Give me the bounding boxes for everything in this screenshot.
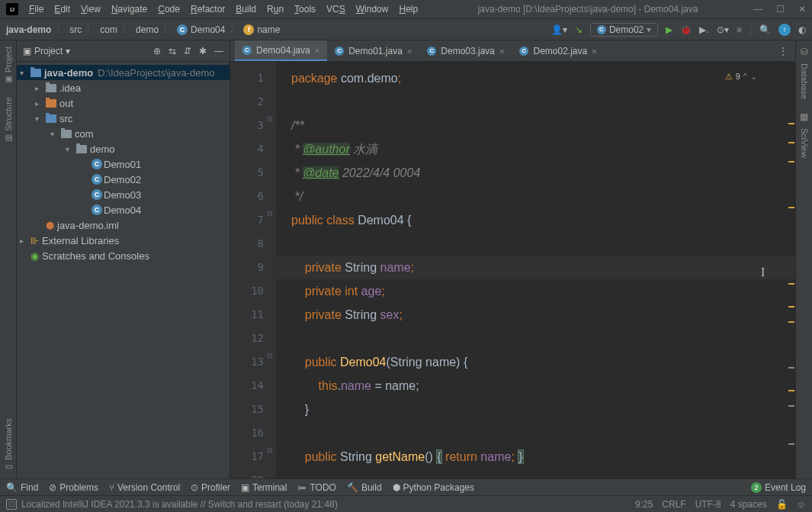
bottom-vcs[interactable]: ⑂ Version Control [109,482,180,493]
tree-idea[interactable]: ▸.idea [17,80,229,95]
close-icon[interactable]: × [315,46,319,55]
menu-help[interactable]: Help [394,2,422,16]
tree-class-demo03[interactable]: CDemo03 [17,187,229,202]
sciview-icon[interactable]: ▦ [800,111,808,122]
status-bar: ☐ Localized IntelliJ IDEA 2021.3.3 is av… [0,495,812,512]
search-icon[interactable]: 🔍 [759,24,771,35]
close-icon[interactable]: × [499,47,504,56]
bottom-build[interactable]: 🔨 Build [347,482,382,493]
window-title: java-demo [D:\IdeaProjects\java-demo] - … [422,4,753,14]
collapse-icon[interactable]: ⇵ [184,46,191,56]
status-indent[interactable]: 4 spaces [730,499,767,510]
right-tab-database[interactable]: Database [798,57,810,105]
left-tab-structure[interactable]: ▤ Structure [2,91,14,150]
editor-tabs: CDemo04.java× CDemo01.java× CDemo03.java… [230,40,795,62]
bottom-python[interactable]: ⬢ Python Packages [393,482,474,493]
tree-iml[interactable]: ⬢java-demo.iml [17,217,229,233]
editor-area: CDemo04.java× CDemo01.java× CDemo03.java… [230,40,795,478]
menu-window[interactable]: Window [351,2,393,16]
tab-demo04[interactable]: CDemo04.java× [235,40,327,61]
status-line-sep[interactable]: CRLF [662,499,685,510]
tree-class-demo02[interactable]: CDemo02 [17,172,229,187]
profile-icon[interactable]: ⊙▾ [717,24,729,35]
add-config-icon[interactable]: 👤▾ [551,24,567,35]
left-tab-bookmarks[interactable]: ▭ Bookmarks [2,412,14,478]
bottom-problems[interactable]: ⊘ Problems [49,482,98,493]
menu-view[interactable]: View [76,2,105,16]
hector-icon[interactable]: ☺ [797,499,806,510]
sidebar-title[interactable]: ▣ Project ▾ [23,46,70,56]
code-editor[interactable]: ⚠9 ^ ⌄ package com.demo; /** * @author 水… [276,62,795,478]
bottom-todo[interactable]: ≔ TODO [297,482,335,493]
minimize-button[interactable]: — [753,4,762,14]
status-position[interactable]: 9:25 [635,499,653,510]
close-button[interactable]: ✕ [798,4,806,14]
breadcrumb-field[interactable]: fname [243,24,280,35]
status-encoding[interactable]: UTF-8 [695,499,721,510]
tab-demo01[interactable]: CDemo01.java× [327,40,419,61]
tree-demo[interactable]: ▾demo [17,141,229,156]
menu-code[interactable]: Code [153,2,185,16]
bottom-terminal[interactable]: ▣ Terminal [241,482,287,493]
tab-demo02[interactable]: CDemo02.java× [512,40,604,61]
status-message[interactable]: Localized IntelliJ IDEA 2021.3.3 is avai… [21,499,338,510]
bottom-find[interactable]: 🔍 Find [6,482,38,493]
target-icon[interactable]: ⊕ [153,46,161,56]
bottom-eventlog[interactable]: 2 Event Log [751,482,806,493]
breadcrumb-src[interactable]: src [69,24,82,35]
readonly-icon[interactable]: 🔓 [776,499,788,510]
expand-icon[interactable]: ⇆ [168,46,176,56]
tool-window-icon[interactable]: ☐ [6,499,17,510]
error-stripe[interactable] [786,85,795,478]
tab-demo03[interactable]: CDemo03.java× [419,40,512,61]
tree-class-demo01[interactable]: CDemo01 [17,156,229,172]
menu-build[interactable]: Build [231,2,261,16]
database-icon[interactable]: ⛁ [801,47,808,57]
project-tree: ▾java-demoD:\IdeaProjects\java-demo ▸.id… [17,62,229,478]
menu-refactor[interactable]: Refactor [186,2,229,16]
coverage-icon[interactable]: ▶. [699,24,708,35]
breadcrumb: java-demo 〉 src 〉 com 〉 demo 〉 CDemo04 〉… [6,23,280,36]
left-tab-project[interactable]: ▣ Project [2,40,14,91]
close-icon[interactable]: × [592,47,596,56]
tree-scratches[interactable]: ◉Scratches and Consoles [17,248,229,263]
maximize-button[interactable]: ☐ [776,4,785,14]
ide-scripting-icon[interactable]: ◐ [798,24,806,35]
menu-tools[interactable]: Tools [290,2,320,16]
tree-class-demo04[interactable]: CDemo04 [17,202,229,217]
tree-ext-libs[interactable]: ▸⊪External Libraries [17,233,229,248]
tree-out[interactable]: ▸out [17,95,229,111]
menu-navigate[interactable]: Navigate [107,2,152,16]
run-config-selector[interactable]: C Demo02 ▾ [590,23,658,37]
line-gutter: 1 2 3 4 5 6 7 8 9 10 11 12 13 14 15 16 1… [230,62,276,478]
tree-com[interactable]: ▾com [17,126,229,141]
stop-button[interactable]: ■ [737,24,742,35]
inspection-widget[interactable]: ⚠9 ^ ⌄ [725,65,757,89]
settings-icon[interactable]: ✱ [199,46,207,56]
run-button[interactable]: ▶ [666,24,672,35]
tree-root[interactable]: ▾java-demoD:\IdeaProjects\java-demo [17,65,229,80]
breadcrumb-project[interactable]: java-demo [6,24,51,35]
breadcrumb-class[interactable]: CDemo04 [177,24,225,35]
menu-file[interactable]: File [24,2,48,16]
menu-edit[interactable]: Edit [50,2,75,16]
build-icon[interactable]: ↘ [575,24,583,35]
tabs-more-icon[interactable]: ⋮ [771,46,795,56]
right-tab-sciview[interactable]: SciView [798,122,810,164]
project-sidebar: ▣ Project ▾ ⊕ ⇆ ⇵ ✱ — ▾java-demoD:\IdeaP… [17,40,230,478]
breadcrumb-com[interactable]: com [100,24,117,35]
fold-icon[interactable]: ⊟ [265,446,273,454]
fold-icon[interactable]: ⊟ [265,115,273,123]
hide-icon[interactable]: — [214,46,223,56]
debug-button[interactable]: 🐞 [680,24,692,35]
menu-run[interactable]: Run [262,2,288,16]
fold-icon[interactable]: ⊟ [265,210,273,217]
breadcrumb-demo[interactable]: demo [136,24,159,35]
tree-src[interactable]: ▾src [17,111,229,126]
close-icon[interactable]: × [407,47,412,56]
fold-icon[interactable]: ⊟ [265,352,273,359]
update-icon[interactable]: ↑ [778,24,791,36]
bottom-toolbar: 🔍 Find ⊘ Problems ⑂ Version Control ⊙ Pr… [0,478,812,495]
bottom-profiler[interactable]: ⊙ Profiler [191,482,230,493]
menu-vcs[interactable]: VCS [322,2,350,16]
